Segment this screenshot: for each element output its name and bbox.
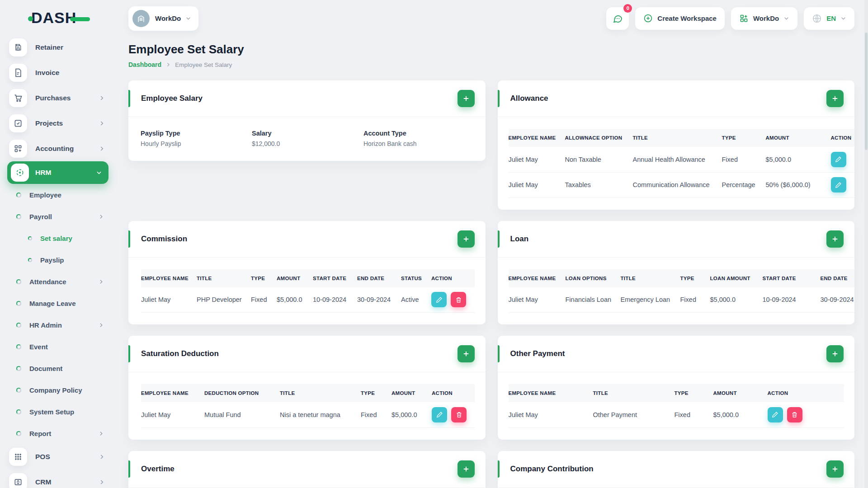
cell (432, 402, 475, 427)
bullet-icon (16, 301, 21, 306)
add-allowance-button[interactable] (826, 90, 844, 107)
field-label: Salary (252, 130, 363, 137)
trash-icon (455, 296, 462, 303)
sidebar-item-system-setup[interactable]: System Setup (0, 401, 113, 422)
cell (831, 172, 855, 197)
sidebar-item-crm[interactable]: CRM (0, 469, 113, 488)
sidebar-item-label: System Setup (29, 408, 104, 416)
sidebar-item-invoice[interactable]: Invoice (0, 60, 113, 85)
shopping-cart-icon (9, 89, 27, 107)
column-header: EMPLOYEE NAME (509, 384, 593, 402)
app-switcher-button[interactable]: WorkDo (731, 7, 797, 30)
edit-button[interactable] (431, 292, 447, 307)
main-content: WorkDo 0 Create Workspace WorkDo EN (113, 0, 868, 488)
edit-button[interactable] (831, 177, 846, 192)
add-overtime-button[interactable] (458, 460, 475, 478)
sidebar-item-event[interactable]: Event (0, 336, 113, 357)
bullet-icon (16, 344, 21, 349)
delete-button[interactable] (451, 407, 467, 422)
workspace-selector[interactable]: WorkDo (128, 6, 198, 31)
delete-button[interactable] (451, 292, 466, 307)
sidebar-item-purchases[interactable]: Purchases (0, 85, 113, 111)
add-commission-button[interactable] (458, 230, 475, 248)
allowance-card: Allowance EMPLOYEE NAME ALLOWNACE OPTION… (498, 80, 855, 210)
chevron-right-icon (99, 145, 105, 152)
add-employee-salary-button[interactable] (458, 90, 475, 107)
messages-button[interactable]: 0 (606, 7, 629, 30)
add-saturation-deduction-button[interactable] (458, 345, 475, 362)
chevron-right-icon (99, 479, 105, 485)
sidebar-item-employee[interactable]: Employee (0, 184, 113, 206)
sidebar-item-report[interactable]: Report (0, 422, 113, 444)
sidebar-item-accounting[interactable]: Accounting (0, 136, 113, 161)
table-row: Juliet May Other Payment Fixed $5,000.0 (509, 402, 844, 427)
column-header: DEDUCTION OPTION (204, 384, 280, 402)
sidebar-item-label: Employee (29, 191, 104, 199)
sidebar-item-company-policy[interactable]: Company Policy (0, 379, 113, 401)
breadcrumb-dashboard-link[interactable]: Dashboard (128, 61, 161, 68)
app-switcher-label: WorkDo (753, 14, 779, 22)
trash-icon (456, 411, 462, 418)
sidebar-item-hr-admin[interactable]: HR Admin (0, 314, 113, 336)
sidebar-item-pos[interactable]: POS (0, 444, 113, 469)
sidebar-item-document[interactable]: Document (0, 357, 113, 379)
column-header: AMOUNT (713, 384, 768, 402)
invoice-document-icon (9, 64, 27, 82)
sidebar-item-payroll[interactable]: Payroll (0, 206, 113, 227)
bullet-icon (16, 323, 21, 328)
add-company-contribution-button[interactable] (826, 460, 844, 478)
sidebar-item-hrm[interactable]: HRM (7, 161, 108, 184)
table-row: Juliet May Financials Loan Emergency Loa… (509, 287, 855, 313)
bullet-icon (28, 236, 32, 240)
other-payment-card: Other Payment EMPLOYEE NAME TITLE TYPE A… (498, 336, 855, 440)
chevron-right-icon (98, 322, 104, 328)
scrollbar-thumb[interactable] (865, 33, 868, 150)
sidebar-item-attendance[interactable]: Attendance (0, 271, 113, 292)
page-scrollbar[interactable] (864, 0, 868, 488)
app-logo[interactable]: DASH (28, 9, 90, 27)
edit-button[interactable] (768, 407, 783, 422)
delete-button[interactable] (787, 407, 802, 422)
sidebar-item-label: HR Admin (29, 321, 98, 329)
column-header: TITLE (621, 269, 680, 287)
sidebar-item-manage-leave[interactable]: Manage Leave (0, 292, 113, 314)
sidebar-item-retainer[interactable]: Retainer (0, 35, 113, 60)
column-header: TYPE (251, 269, 277, 287)
pencil-icon (835, 182, 842, 188)
column-header: AMOUNT (766, 129, 831, 147)
card-accent-bar (498, 460, 500, 478)
sidebar-item-label: Accounting (35, 145, 99, 153)
bullet-icon (16, 366, 21, 371)
salary-fields: Payslip Type Hourly Payslip Salary $12,0… (128, 117, 486, 161)
chat-icon (612, 13, 623, 24)
cell: Juliet May (509, 402, 593, 427)
sidebar-item-set-salary[interactable]: Set salary (0, 227, 113, 249)
column-header: END DATE (357, 269, 401, 287)
add-other-payment-button[interactable] (826, 345, 844, 362)
add-loan-button[interactable] (826, 230, 844, 248)
plus-icon (831, 350, 839, 358)
column-header: EMPLOYEE NAME (141, 384, 204, 402)
window-sync-icon (9, 473, 27, 488)
column-header: EMPLOYEE NAME (509, 269, 566, 287)
plus-icon (462, 465, 470, 473)
sidebar-item-payslip[interactable]: Payslip (0, 249, 113, 271)
sidebar-item-label: Set salary (40, 235, 104, 242)
sidebar-item-projects[interactable]: Projects (0, 111, 113, 136)
cell: Non Taxable (565, 147, 633, 172)
column-header: ACTION (431, 269, 475, 287)
plus-icon (831, 465, 839, 473)
field-value: $12,000.0 (252, 140, 363, 147)
column-header: TITLE (633, 129, 722, 147)
card-accent-bar (498, 90, 500, 107)
allowance-table: EMPLOYEE NAME ALLOWNACE OPTION TITLE TYP… (509, 129, 855, 198)
language-selector[interactable]: EN (804, 7, 854, 30)
edit-button[interactable] (831, 152, 846, 167)
column-header: TITLE (280, 384, 361, 402)
cell: $5,000.0 (392, 402, 432, 427)
edit-button[interactable] (432, 407, 447, 422)
plus-icon (462, 94, 470, 103)
create-workspace-button[interactable]: Create Workspace (635, 7, 725, 30)
sidebar-item-label: Company Policy (29, 386, 104, 394)
cell: Other Payment (593, 402, 675, 427)
